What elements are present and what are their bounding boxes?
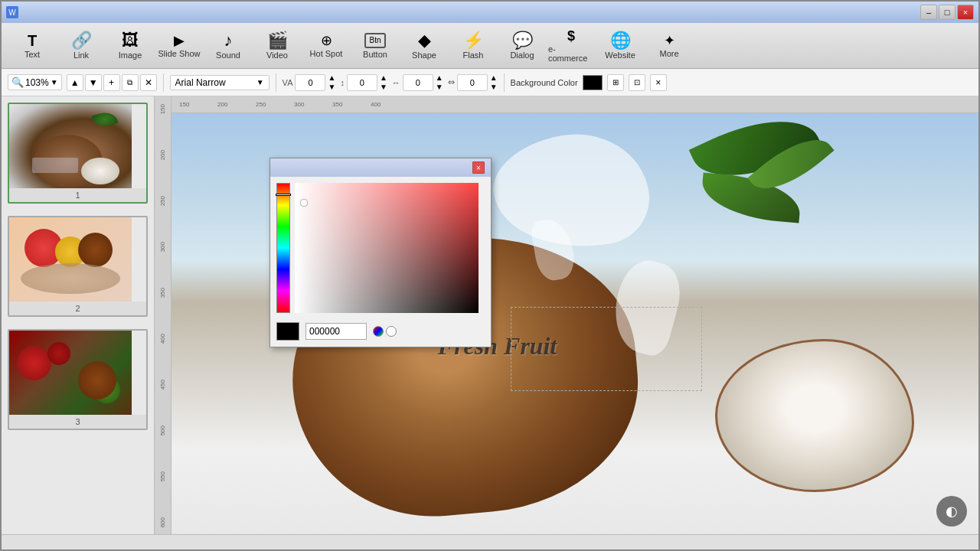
va-spinner-icon: ▲▼ (328, 73, 335, 91)
ruler-horizontal: 150 200 250 300 350 400 (172, 96, 978, 113)
ruler-v-mark-300: 300 (159, 242, 166, 252)
close-format-button[interactable]: × (650, 74, 667, 91)
ruler-h-mark-200: 200 (217, 101, 227, 108)
spacing1-label: ↕ (340, 78, 345, 87)
ruler-h-mark-300: 300 (294, 101, 304, 108)
nav-delete-button[interactable]: ✕ (140, 74, 157, 91)
slide2-fruit3 (78, 233, 113, 267)
slide1-preview (9, 104, 132, 188)
tool-sound[interactable]: ♪ Sound (205, 26, 251, 66)
slide1-water (32, 158, 78, 173)
hue-slider[interactable] (276, 183, 290, 313)
spacing3-spinner-icon: ▲▼ (490, 73, 498, 91)
tool-video[interactable]: 🎬 Video (254, 26, 300, 66)
title-bar: W – □ × (2, 2, 978, 23)
video-icon: 🎬 (267, 32, 288, 49)
spacing3-input[interactable]: 0 (457, 74, 488, 91)
slide-panel: 1 2 3 (2, 96, 155, 534)
text-icon: T (28, 33, 37, 48)
spacing1-group: ↕ 0 ▲▼ (340, 73, 387, 91)
fit-button[interactable]: ⊡ (629, 74, 645, 91)
spacing2-spinner-icon: ▲▼ (436, 73, 443, 91)
bg-color-swatch[interactable] (583, 75, 603, 90)
slide3-bowl (17, 346, 51, 380)
color-gradient-dot[interactable] (373, 326, 384, 337)
slide3-preview (9, 331, 132, 415)
va-group: VA 0 ▲▼ (283, 73, 336, 91)
shape-icon: ◆ (418, 32, 431, 49)
font-dropdown-icon: ▼ (256, 78, 264, 86)
nav-down-button[interactable]: ▼ (85, 74, 102, 91)
tool-hotspot[interactable]: ⊕ Hot Spot (303, 26, 349, 66)
zoom-dropdown-icon: ▼ (51, 78, 58, 86)
minimize-button[interactable]: – (920, 5, 937, 20)
spacing2-label: ↔ (392, 78, 400, 87)
sound-icon: ♪ (224, 32, 233, 49)
bg-color-label: Background Color (511, 78, 578, 87)
tool-website[interactable]: 🌐 Website (597, 26, 643, 66)
ruler-h-mark-250: 250 (256, 101, 266, 108)
slide-thumbnail-3[interactable]: 3 (8, 329, 148, 430)
nav-copy-button[interactable]: ⧉ (122, 74, 139, 91)
ruler-v-mark-350: 350 (159, 288, 166, 298)
slide-thumbnail-2[interactable]: 2 (8, 216, 148, 317)
color-dots (373, 326, 397, 337)
tool-button-label: Button (363, 50, 387, 59)
separator2 (276, 73, 276, 92)
tool-dialog-label: Dialog (510, 51, 534, 60)
spacing3-label: ⇔ (448, 77, 455, 87)
close-button[interactable]: × (957, 5, 974, 20)
slide2-preview (9, 217, 132, 302)
ruler-v-mark-500: 500 (159, 425, 166, 435)
font-selector[interactable]: Arial Narrow ▼ (170, 75, 270, 90)
tool-shape[interactable]: ◆ Shape (401, 26, 447, 66)
spacing3-group: ⇔ 0 ▲▼ (448, 73, 498, 91)
ruler-v-mark-150: 150 (159, 104, 166, 114)
maximize-button[interactable]: □ (939, 5, 956, 20)
color-white-dot[interactable] (386, 326, 397, 337)
tool-ecommerce[interactable]: $ e-commerce (548, 26, 594, 66)
slide1-leaf (91, 108, 118, 130)
app-icon: W (6, 6, 18, 18)
saturation-picker[interactable] (295, 183, 479, 313)
ruler-h-mark-350: 350 (332, 101, 342, 108)
ruler-h-mark-150: 150 (179, 101, 189, 108)
tool-more[interactable]: ✦ More (646, 26, 692, 66)
nav-add-button[interactable]: + (103, 74, 120, 91)
saturation-indicator (301, 200, 307, 206)
tool-link-label: Link (74, 51, 89, 60)
title-bar-buttons: – □ × (920, 5, 974, 20)
tool-flash[interactable]: ⚡ Flash (450, 26, 496, 66)
separator1 (163, 73, 164, 92)
text-box-selection (511, 307, 702, 391)
hex-input[interactable] (305, 323, 367, 340)
tool-website-label: Website (605, 51, 635, 60)
title-bar-left: W (6, 6, 18, 18)
coconut-half-white (715, 339, 914, 492)
va-input[interactable]: 0 (295, 74, 325, 91)
dialog-icon: 💬 (512, 32, 533, 49)
zoom-control[interactable]: 🔍 103% ▼ (8, 74, 62, 90)
tool-slideshow[interactable]: ▶ Slide Show (156, 26, 202, 66)
tool-text-label: Text (24, 50, 40, 59)
bottom-right-icon: ◐ (936, 496, 967, 527)
spacing1-input[interactable]: 0 (347, 74, 377, 91)
spacing2-input[interactable]: 0 (403, 74, 433, 91)
separator3 (504, 73, 505, 92)
tool-video-label: Video (266, 51, 288, 60)
tool-button[interactable]: Btn Button (352, 26, 398, 66)
image-icon: 🖼 (122, 32, 139, 49)
tool-link[interactable]: 🔗 Link (58, 26, 104, 66)
tool-text[interactable]: T Text (9, 26, 55, 66)
slide2-number: 2 (9, 302, 146, 315)
slide-thumbnail-1[interactable]: 1 (8, 103, 148, 204)
grid-view-button[interactable]: ⊞ (607, 74, 624, 91)
color-picker-close-button[interactable]: × (472, 161, 485, 174)
nav-up-button[interactable]: ▲ (67, 74, 83, 91)
va-label: VA (283, 78, 293, 87)
tool-dialog[interactable]: 💬 Dialog (499, 26, 545, 66)
toolbar: T Text 🔗 Link 🖼 Image ▶ Slide Show ♪ Sou… (2, 23, 978, 69)
ruler-v-mark-200: 200 (159, 150, 166, 160)
tool-image[interactable]: 🖼 Image (107, 26, 153, 66)
hotspot-icon: ⊕ (321, 34, 332, 47)
